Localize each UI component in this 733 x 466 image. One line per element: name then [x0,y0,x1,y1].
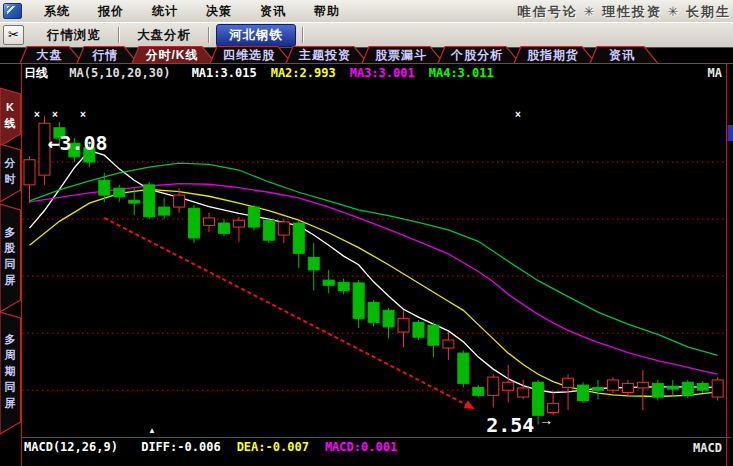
sidebar-tabs: K线分时多股同屏多周期同屏 [0,88,21,434]
menu-5[interactable]: 帮助 [300,3,354,20]
module-tabstrip: 大盘行情分时/K线四维选股主题投资股票漏斗个股分析股指期货资讯 [0,46,733,64]
tab-大盘[interactable]: 大盘 [20,47,83,64]
svg-text:时: 时 [5,173,16,185]
ma-corner-label: MA [708,66,722,80]
app-icon [3,3,22,19]
macd-corner-label: MACD [693,441,722,455]
svg-text:×: × [515,109,521,120]
trendline [104,218,474,409]
menu-4[interactable]: 资讯 [246,3,300,20]
svg-text:期: 期 [5,365,16,377]
svg-text:←3.08: ←3.08 [47,131,107,155]
ma-value-3: MA3:3.001 [350,66,415,80]
svg-text:大盘: 大盘 [37,48,63,62]
sidebar-tab-分时[interactable]: 分时 [0,144,21,202]
slogan-text: 唯信号论 ✳ 理性投资 ✳ 长期生 [518,3,731,21]
svg-text:多: 多 [5,333,16,345]
period-label[interactable]: 日线 [24,66,48,80]
svg-text:同: 同 [5,258,16,270]
svg-text:行情: 行情 [92,48,119,62]
tab-个股分析[interactable]: 个股分析 [438,47,520,64]
tab-资讯[interactable]: 资讯 [590,47,658,64]
menu-bar: 系统报价统计决策资讯帮助 唯信号论 ✳ 理性投资 ✳ 长期生 [0,0,733,23]
svg-text:主题投资: 主题投资 [298,48,351,62]
svg-text:×: × [80,109,86,120]
svg-text:个股分析: 个股分析 [450,48,503,62]
svg-text:屏: 屏 [4,274,16,286]
svg-text:分时/K线: 分时/K线 [145,48,199,62]
menu-1[interactable]: 报价 [84,3,138,20]
toolbar-button-2[interactable]: 河北钢铁 [216,24,296,47]
ma-lines [30,151,718,397]
toolbar-button-1[interactable]: 大盘分析 [120,25,208,46]
menu-3[interactable]: 决策 [192,3,246,20]
svg-text:分: 分 [4,157,16,169]
scissors-icon[interactable]: ✂ [3,25,24,45]
toolbar-button-0[interactable]: 行情浏览 [30,25,118,46]
svg-text:四维选股: 四维选股 [223,48,275,62]
svg-text:多: 多 [5,226,16,238]
svg-text:股指期货: 股指期货 [526,48,579,62]
ma-value-4: MA4:3.011 [429,66,494,80]
macd-value-0: DIFF:-0.006 [141,440,220,454]
candles [24,116,723,424]
svg-text:资讯: 资讯 [609,48,635,62]
ma-values: MA1:3.015MA2:2.993MA3:3.001MA4:3.011 [192,66,508,80]
svg-text:→: → [539,412,553,428]
svg-text:屏: 屏 [4,397,16,409]
tab-股票漏斗[interactable]: 股票漏斗 [362,47,444,64]
panel-borders [22,64,732,466]
macd-values: DIFF:-0.006DEA:-0.007MACD:0.001 [141,440,413,454]
toolbar-separator [208,27,210,43]
app-window: 系统报价统计决策资讯帮助 唯信号论 ✳ 理性投资 ✳ 长期生 ✂ 行情浏览大盘分… [0,0,733,466]
menu-items: 系统报价统计决策资讯帮助 [30,3,354,20]
tab-分时/K线[interactable]: 分时/K线 [132,47,216,64]
ma-value-1: MA1:3.015 [192,66,257,80]
ma-formula-label: MA(5,10,20,30) [69,66,170,80]
macd-bar: MACD(12,26,9) DIFF:-0.006DEA:-0.007MACD:… [24,440,724,456]
tool-bar: ✂ 行情浏览大盘分析河北钢铁 [0,22,733,48]
macd-value-1: DEA:-0.007 [237,440,309,454]
kline-chart[interactable]: K线分时多股同屏多周期同屏←3.082.54→××××▲ [0,64,733,466]
svg-text:股: 股 [4,242,16,254]
tab-行情[interactable]: 行情 [77,47,138,64]
macd-value-2: MACD:0.001 [325,440,397,454]
svg-text:K: K [6,101,14,113]
svg-text:2.54: 2.54 [486,413,534,437]
svg-text:同: 同 [5,381,16,393]
indicator-bar: 日线 MA(5,10,20,30) MA1:3.015MA2:2.993MA3:… [24,65,724,81]
svg-text:线: 线 [4,117,16,129]
scrollbar-thumb[interactable] [728,125,733,141]
ma-line-MA10 [30,189,718,396]
tab-四维选股[interactable]: 四维选股 [210,47,292,64]
tab-主题投资[interactable]: 主题投资 [286,47,368,64]
svg-text:×: × [52,109,58,120]
toolbar-separator [302,27,304,43]
sidebar-tab-多股同屏[interactable]: 多股同屏 [0,204,21,312]
menu-0[interactable]: 系统 [30,3,84,20]
ma-value-2: MA2:2.993 [271,66,336,80]
tool-buttons: 行情浏览大盘分析河北钢铁 [30,24,304,47]
svg-text:股票漏斗: 股票漏斗 [374,48,427,62]
tab-股指期货[interactable]: 股指期货 [514,47,596,64]
macd-formula-label[interactable]: MACD(12,26,9) [24,440,118,454]
sidebar-tab-多周期同屏[interactable]: 多周期同屏 [0,312,21,434]
menu-2[interactable]: 统计 [138,3,192,20]
svg-text:×: × [34,109,40,120]
sidebar-tab-K线[interactable]: K线 [0,88,21,146]
svg-text:周: 周 [4,349,16,361]
svg-text:▲: ▲ [148,426,156,435]
